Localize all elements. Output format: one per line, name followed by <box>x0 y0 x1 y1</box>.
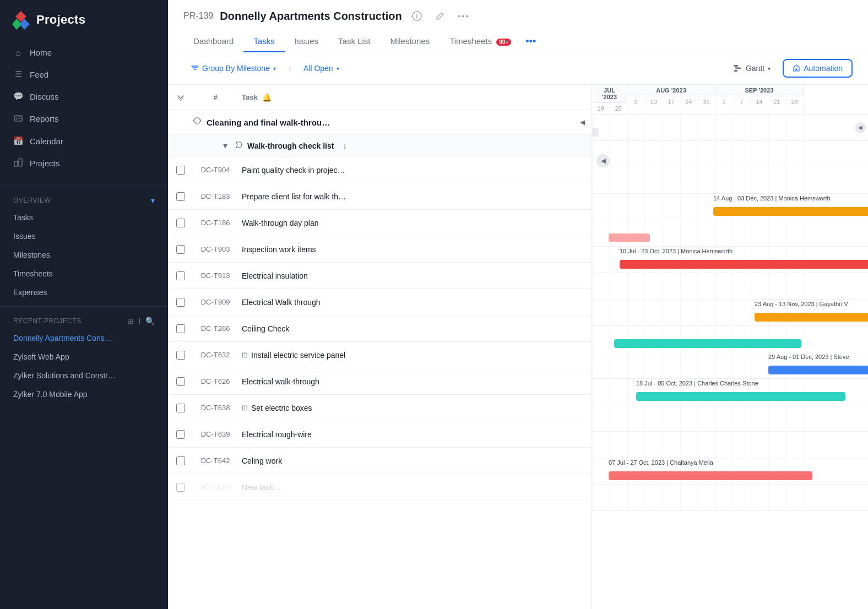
row-id-9: DC-T638 <box>193 404 237 412</box>
sidebar-recent-zylsoft[interactable]: Zylsoft Web App <box>0 347 168 366</box>
gantt-row <box>592 141 868 167</box>
gantt-row <box>592 485 868 511</box>
gantt-bar[interactable] <box>768 366 868 374</box>
row-task-0: Paint quality check in projec… <box>237 166 592 175</box>
gantt-bar[interactable] <box>592 128 599 137</box>
row-task-11: Celing work <box>237 456 592 465</box>
sidebar-sub-timesheets[interactable]: Timesheets <box>0 264 168 283</box>
gantt-bar[interactable] <box>620 260 868 269</box>
recent-filter-icon[interactable]: ⊞ <box>127 317 134 325</box>
row-task-2: Walk-through day plan <box>237 219 592 227</box>
tabs-more-button[interactable]: ••• <box>521 36 540 47</box>
row-id-12: DC-T107x <box>193 483 237 491</box>
calendar-icon: 📅 <box>13 136 23 146</box>
gantt-bar[interactable] <box>609 233 650 242</box>
sidebar-item-feed[interactable]: ☰ Feed <box>0 63 168 85</box>
row-checkbox-8[interactable] <box>168 377 193 386</box>
row-checkbox-0[interactable] <box>168 166 193 175</box>
row-checkbox-3[interactable] <box>168 245 193 254</box>
overview-expand-icon[interactable]: ▾ <box>151 196 155 205</box>
sidebar-divider-1 <box>0 186 168 186</box>
group-milestone-icon <box>193 117 202 128</box>
sub-header-expand-icon: ▾ <box>223 140 227 151</box>
timeline-month: AUG '2023310172431 <box>627 85 715 114</box>
automation-button[interactable]: Automation <box>783 59 853 78</box>
gantt-bar[interactable] <box>713 207 868 216</box>
gantt-bar-label: 23 Aug - 13 Nov, 2023 | Gayathri V <box>755 301 848 307</box>
gantt-row <box>592 220 868 247</box>
group-title: Cleaning and final walk-throu… <box>207 118 576 127</box>
row-checkbox-6[interactable] <box>168 324 193 333</box>
gantt-row: 07 Jul - 27 Oct, 2023 | Chaitanya Mella <box>592 458 868 485</box>
sub-header[interactable]: ▾ Walk-through check list ↕ <box>168 135 592 157</box>
table-row: DC-T626 Electrical walk-through <box>168 368 592 395</box>
sidebar-recent-donnelly[interactable]: Donnelly Apartments Cons… <box>0 329 168 347</box>
sidebar-divider-2 <box>0 306 168 307</box>
row-id-3: DC-T903 <box>193 245 237 253</box>
gantt-view-button[interactable]: Gantt ▾ <box>726 60 778 77</box>
sidebar-sub-expenses[interactable]: Expenses <box>0 283 168 302</box>
table-row: DC-T638 ⊡ Set electric boxes <box>168 395 592 421</box>
main-header: PR-139 Donnelly Apartments Construction <box>168 0 868 52</box>
sidebar-logo[interactable]: Projects <box>0 0 168 40</box>
row-checkbox-7[interactable] <box>168 351 193 360</box>
sidebar-item-reports[interactable]: Reports <box>0 107 168 130</box>
tab-dashboard[interactable]: Dashboard <box>183 31 243 52</box>
tab-tasks[interactable]: Tasks <box>243 31 284 52</box>
gantt-row <box>592 273 868 300</box>
row-id-8: DC-T626 <box>193 377 237 385</box>
sidebar-recent-zylker-solutions[interactable]: Zylker Solutions and Constr… <box>0 366 168 385</box>
sidebar-item-projects[interactable]: Projects <box>0 152 168 175</box>
sidebar-sub-milestones[interactable]: Milestones <box>0 246 168 264</box>
table-row: DC-T904 Paint quality check in projec… <box>168 157 592 183</box>
sidebar-recent-zylker-mobile[interactable]: Zylker 7.0 Mobile App <box>0 385 168 404</box>
svg-rect-5 <box>14 161 18 166</box>
table-row: DC-T642 Celing work <box>168 448 592 474</box>
row-checkbox-9[interactable] <box>168 404 193 412</box>
row-id-11: DC-T642 <box>193 456 237 465</box>
row-checkbox-10[interactable] <box>168 430 193 439</box>
filter-button[interactable]: All Open ▾ <box>296 60 347 77</box>
sidebar-recent-section: Recent Projects ⊞ | 🔍 <box>0 311 168 329</box>
group-by-milestone-button[interactable]: Group By Milestone ▾ <box>183 60 284 77</box>
row-task-6: Ceiling Check <box>237 324 592 333</box>
sidebar-item-calendar[interactable]: 📅 Calendar <box>0 130 168 152</box>
sidebar-sub-tasks[interactable]: Tasks <box>0 208 168 227</box>
gantt-bar[interactable] <box>755 313 868 322</box>
tab-task-list[interactable]: Task List <box>328 31 380 52</box>
sidebar-item-projects-label: Projects <box>30 159 59 168</box>
svg-rect-14 <box>193 117 201 124</box>
sub-header-sort-icon[interactable]: ↕ <box>343 142 346 150</box>
edit-button[interactable] <box>432 8 448 24</box>
row-checkbox-1[interactable] <box>168 192 193 201</box>
sidebar-item-home[interactable]: ⌂ Home <box>0 42 168 63</box>
gantt-bar[interactable] <box>609 471 812 480</box>
row-checkbox-5[interactable] <box>168 298 193 307</box>
row-checkbox-11[interactable] <box>168 456 193 465</box>
task-table: # Task 🔔 Cleaning and final walk-throu… … <box>168 85 592 609</box>
svg-point-10 <box>466 15 468 17</box>
tab-milestones[interactable]: Milestones <box>380 31 440 52</box>
sidebar-item-discuss[interactable]: 💬 Discuss <box>0 85 168 107</box>
recent-search-icon[interactable]: 🔍 <box>145 317 155 325</box>
collapse-all-button[interactable] <box>168 94 193 101</box>
subtask-icon-7: ⊡ <box>242 351 248 359</box>
row-checkbox-4[interactable] <box>168 271 193 280</box>
row-task-9: ⊡ Set electric boxes <box>237 404 592 412</box>
more-options-button[interactable] <box>455 8 471 24</box>
sidebar-sub-issues[interactable]: Issues <box>0 227 168 246</box>
row-checkbox-2[interactable] <box>168 219 193 227</box>
sidebar-item-feed-label: Feed <box>30 70 48 79</box>
group-header[interactable]: Cleaning and final walk-throu… ◀ <box>168 110 592 135</box>
gantt-collapse-button[interactable]: ◀ <box>855 122 866 133</box>
tab-timesheets[interactable]: Timesheets 99+ <box>440 31 521 52</box>
gantt-bar[interactable] <box>614 339 801 348</box>
timeline-month: JUL '20231926 <box>592 85 627 114</box>
info-button[interactable] <box>409 8 425 24</box>
row-checkbox-12[interactable] <box>168 483 193 492</box>
gantt-scroll-left-button[interactable]: ◀ <box>596 154 610 167</box>
gantt-bar[interactable] <box>636 392 845 401</box>
tab-issues[interactable]: Issues <box>285 31 328 52</box>
group-collapse-icon[interactable]: ◀ <box>580 118 585 126</box>
gantt-row: ◀ <box>592 115 868 141</box>
